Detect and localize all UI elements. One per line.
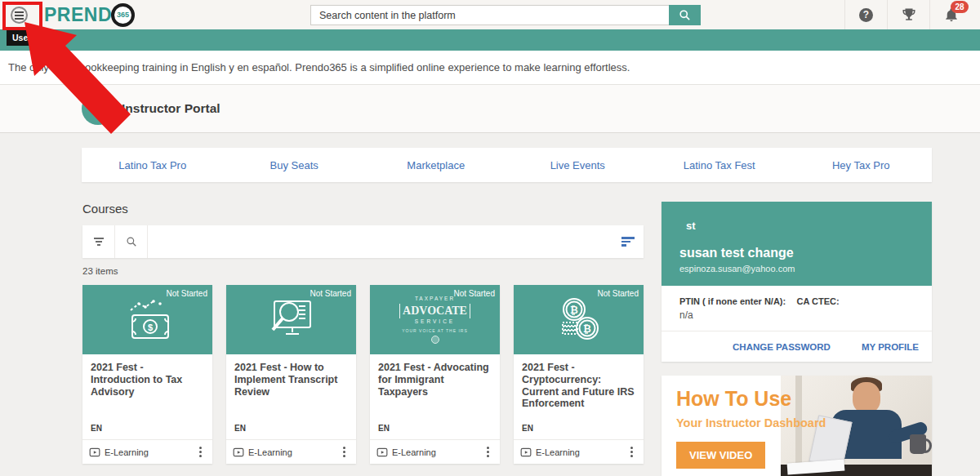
profile-actions: CHANGE PASSWORD MY PROFILE (662, 331, 932, 362)
svg-text:$: $ (147, 322, 152, 331)
course-language: EN (522, 424, 533, 433)
tagline-text: The only tax & bookkeeping training in E… (8, 61, 630, 73)
course-type-label: E-Learning (536, 447, 626, 457)
course-menu-button[interactable] (482, 447, 493, 457)
view-video-button[interactable]: VIEW VIDEO (676, 442, 765, 469)
profile-name: susan test change (679, 246, 914, 260)
course-filter-input[interactable] (148, 225, 612, 258)
course-type-label: E-Learning (392, 447, 482, 457)
avatar: st (686, 220, 914, 232)
course-card-body: 2021 Fest - Introduction to Tax Advisory… (82, 354, 212, 439)
course-type-label: E-Learning (248, 447, 338, 457)
home-button[interactable] (82, 92, 114, 125)
global-search (310, 5, 701, 25)
user-menu-tooltip: User Me (7, 30, 51, 46)
profile-header: st susan test change espinoza.susan@yaho… (662, 202, 932, 286)
home-icon (90, 100, 106, 117)
change-password-link[interactable]: CHANGE PASSWORD (733, 342, 831, 352)
course-thumbnail: Not Started (226, 285, 356, 354)
svg-text:₿: ₿ (570, 304, 578, 315)
status-badge: Not Started (310, 289, 351, 298)
my-profile-link[interactable]: MY PROFILE (862, 342, 919, 352)
filter-icon (94, 238, 104, 246)
notification-badge: 28 (951, 1, 969, 13)
course-type-label: E-Learning (105, 447, 194, 457)
course-title: 2021 Fest - Cryptocurrency: Current and … (522, 362, 635, 410)
bitcoin-icon: ₿ ₿ (555, 296, 604, 345)
sort-icon (621, 237, 635, 247)
tab-latino-tax-pro[interactable]: Latino Tax Pro (82, 148, 224, 182)
profile-info: PTIN ( if none enter N/A): n/a CA CTEC: (662, 286, 932, 331)
course-language: EN (91, 424, 102, 433)
teal-banner (0, 29, 980, 51)
portal-nav: Latino Tax Pro Buy Seats Marketplace Liv… (82, 148, 932, 182)
course-card-footer: E-Learning (226, 439, 356, 464)
course-card-footer: E-Learning (514, 439, 644, 464)
ctec-label: CA CTEC: (797, 296, 915, 306)
course-card[interactable]: Not Started 2021 Fest - How to Implement… (226, 285, 356, 464)
notifications-button[interactable]: 28 (929, 0, 972, 29)
prendo365-logo[interactable]: PREND 365 (44, 2, 135, 27)
course-search-button[interactable] (115, 225, 148, 258)
tab-hey-tax-pro[interactable]: Hey Tax Pro (791, 148, 933, 182)
course-language: EN (378, 424, 390, 433)
status-badge: Not Started (166, 289, 207, 298)
taxpayer-advocate-logo: TAXPAYER ADVOCATE SERVICE YOUR VOICE AT … (399, 296, 470, 344)
tab-live-events[interactable]: Live Events (507, 148, 649, 182)
course-menu-button[interactable] (338, 447, 350, 457)
gear-icon: 365 (111, 3, 135, 27)
search-input[interactable] (310, 5, 669, 25)
course-title: 2021 Fest - Advocating for Immigrant Tax… (378, 362, 492, 398)
course-card[interactable]: Not Started $ 2021 Fest - Introduction t… (82, 285, 212, 464)
ptin-value: n/a (679, 309, 797, 321)
course-card[interactable]: Not Started ₿ ₿ 2021 Fest - Cryptocurren… (514, 285, 644, 464)
course-title: 2021 Fest - Introduction to Tax Advisory (91, 362, 204, 398)
courses-heading: Courses (82, 202, 128, 216)
sort-button[interactable] (612, 225, 644, 258)
portal-header: Instructor Portal (0, 84, 980, 133)
tab-marketplace[interactable]: Marketplace (365, 148, 507, 182)
svg-text:₿: ₿ (583, 323, 591, 334)
tagline-bar: The only tax & bookkeeping training in E… (0, 51, 980, 84)
irs-seal-icon (431, 336, 439, 344)
profile-card: st susan test change espinoza.susan@yaho… (662, 202, 932, 362)
how-to-use-card: How To Use Your Instructor Dashboard VIE… (662, 376, 932, 476)
course-thumbnail: Not Started TAXPAYER ADVOCATE SERVICE YO… (370, 285, 500, 354)
user-menu-button[interactable] (11, 7, 28, 24)
elearning-icon (520, 447, 532, 457)
course-card-body: 2021 Fest - Advocating for Immigrant Tax… (370, 354, 500, 439)
top-right-icons: ? 28 (844, 0, 972, 29)
help-icon: ? (859, 8, 873, 22)
tab-latino-tax-fest[interactable]: Latino Tax Fest (648, 148, 791, 182)
how-to-use-subtitle: Your Instructor Dashboard (676, 416, 826, 429)
elearning-icon (376, 447, 388, 457)
how-to-use-title: How To Use (676, 387, 791, 411)
rewards-button[interactable] (887, 0, 929, 29)
course-menu-button[interactable] (194, 447, 206, 457)
filter-button[interactable] (82, 225, 115, 258)
course-card-footer: E-Learning (82, 439, 212, 464)
status-badge: Not Started (597, 289, 639, 298)
search-button[interactable] (669, 5, 701, 25)
page-title: Instructor Portal (122, 101, 220, 116)
course-title: 2021 Fest - How to Implement Transcript … (234, 362, 348, 398)
trophy-icon (902, 7, 916, 22)
course-card[interactable]: Not Started TAXPAYER ADVOCATE SERVICE YO… (370, 285, 500, 464)
search-icon (679, 9, 691, 21)
search-icon (126, 236, 137, 247)
course-thumbnail: Not Started $ (82, 285, 212, 354)
money-chart-icon: $ (122, 297, 173, 343)
course-language: EN (234, 424, 246, 433)
elearning-icon (89, 447, 100, 457)
ptin-label: PTIN ( if none enter N/A): (679, 296, 797, 306)
tab-buy-seats[interactable]: Buy Seats (224, 148, 366, 182)
items-count: 23 items (82, 266, 118, 276)
logo-text: PREND (44, 4, 112, 26)
help-button[interactable]: ? (844, 0, 887, 29)
course-card-footer: E-Learning (370, 439, 500, 464)
course-menu-button[interactable] (626, 447, 637, 457)
course-thumbnail: Not Started ₿ ₿ (514, 285, 644, 354)
instructor-portal-page: PREND 365 ? (0, 0, 980, 476)
elearning-icon (233, 447, 244, 457)
transcript-review-icon (266, 296, 317, 344)
